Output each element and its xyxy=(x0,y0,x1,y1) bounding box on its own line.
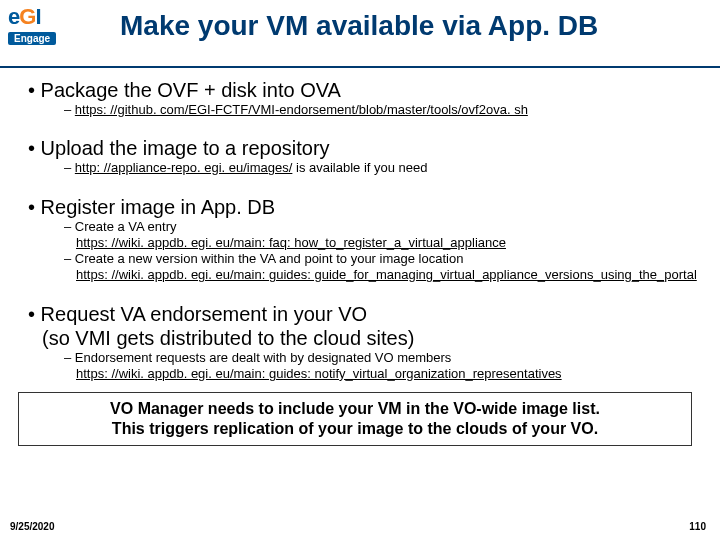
bullet-package: Package the OVF + disk into OVA xyxy=(28,78,700,102)
bullet-endorse-line1: Request VA endorsement in your VO xyxy=(41,303,367,325)
bullet-package-sub: https: //github. com/EGI-FCTF/VMI-endors… xyxy=(64,102,700,118)
logo: eGI Engage xyxy=(8,6,80,46)
bullet-endorse-sub: Endorsement requests are dealt with by d… xyxy=(64,350,700,366)
bullet-upload: Upload the image to a repository xyxy=(28,136,700,160)
callout-line1: VO Manager needs to include your VM in t… xyxy=(29,399,681,419)
bullet-endorse: Request VA endorsement in your VO(so VMI… xyxy=(28,302,700,350)
slide-title: Make your VM available via App. DB xyxy=(120,10,700,42)
bullet-register-sub2: Create a new version within the VA and p… xyxy=(64,251,700,267)
link-manage-versions[interactable]: https: //wiki. appdb. egi. eu/main: guid… xyxy=(76,267,697,282)
footer-date: 9/25/2020 xyxy=(10,521,55,532)
content: Package the OVF + disk into OVA https: /… xyxy=(28,74,700,446)
bullet-register-sub2-link: https: //wiki. appdb. egi. eu/main: guid… xyxy=(76,267,700,283)
slide: eGI Engage Make your VM available via Ap… xyxy=(0,0,720,540)
bullet-register-sub1: Create a VA entry xyxy=(64,219,700,235)
logo-text: eGI xyxy=(8,6,80,28)
bullet-upload-sub: http: //appliance-repo. egi. eu/images/ … xyxy=(64,160,700,176)
title-rule xyxy=(0,66,720,68)
upload-sub-tail: is available if you need xyxy=(292,160,427,175)
link-appliance-repo[interactable]: http: //appliance-repo. egi. eu/images/ xyxy=(75,160,293,175)
logo-subtext: Engage xyxy=(8,32,56,45)
footer-page: 110 xyxy=(689,521,706,532)
link-notify-vo[interactable]: https: //wiki. appdb. egi. eu/main: guid… xyxy=(76,366,562,381)
link-ovf2ova[interactable]: https: //github. com/EGI-FCTF/VMI-endors… xyxy=(75,102,528,117)
callout-box: VO Manager needs to include your VM in t… xyxy=(18,392,692,446)
bullet-endorse-sub-link: https: //wiki. appdb. egi. eu/main: guid… xyxy=(76,366,700,382)
link-register-va[interactable]: https: //wiki. appdb. egi. eu/main: faq:… xyxy=(76,235,506,250)
bullet-endorse-line2: (so VMI gets distributed to the cloud si… xyxy=(42,327,414,349)
callout-line2: This triggers replication of your image … xyxy=(29,419,681,439)
bullet-register: Register image in App. DB xyxy=(28,195,700,219)
bullet-register-sub1-link: https: //wiki. appdb. egi. eu/main: faq:… xyxy=(76,235,700,251)
